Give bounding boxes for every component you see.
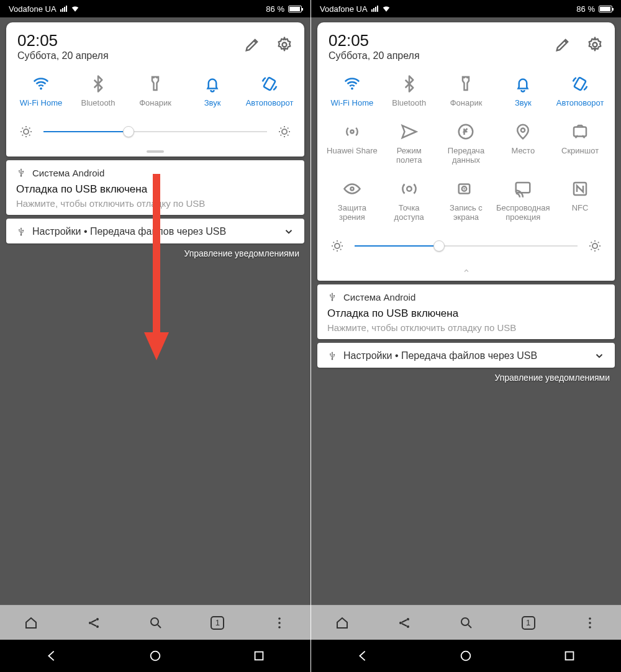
qs-tile-bluetooth[interactable]: Bluetooth: [70, 71, 127, 111]
brightness-high-icon: [587, 238, 602, 253]
qs-tile-bluetooth[interactable]: Bluetooth: [381, 71, 438, 111]
home-icon[interactable]: [24, 615, 39, 630]
cast-icon: [513, 179, 533, 199]
brightness-slider[interactable]: [6, 116, 304, 150]
nav-home-icon[interactable]: [148, 649, 162, 663]
nav-recent-icon[interactable]: [252, 649, 266, 663]
share-icon[interactable]: [86, 615, 101, 630]
qs-label: Скриншот: [561, 147, 599, 156]
article-heading: Как установить мелодию на звонок на Huaw…: [322, 494, 610, 529]
read-more-link[interactable]: Читать полностью: [11, 437, 299, 450]
signal-icon: [371, 6, 378, 12]
data-icon: [456, 122, 476, 142]
notification-usb-transfer[interactable]: Настройки • Передача файлов через USB: [6, 219, 304, 243]
qs-tile-wifi[interactable]: Wi-Fi Home: [324, 71, 381, 111]
qs-tile-torch[interactable]: Фонарик: [127, 71, 184, 111]
chevron-up-icon[interactable]: [460, 267, 473, 275]
quicksettings-row3: Защита зренияТочка доступаЗапись с экран…: [317, 173, 615, 230]
more-icon[interactable]: [272, 615, 287, 630]
qs-label: NFC: [572, 204, 589, 213]
qs-tile-airplane[interactable]: Режим полета: [381, 119, 438, 168]
qs-label: Место: [511, 147, 535, 156]
chevron-down-icon[interactable]: [283, 226, 294, 237]
svg-rect-27: [565, 652, 573, 660]
qs-tile-screenshot[interactable]: Скриншот: [551, 119, 609, 168]
share-icon[interactable]: [397, 615, 412, 630]
qs-tile-sound[interactable]: Звук: [494, 71, 551, 111]
sound-icon: [202, 74, 222, 94]
qs-label: Автоповорот: [246, 99, 294, 108]
nav-back-icon[interactable]: [45, 649, 58, 663]
bluetooth-icon: [88, 74, 108, 94]
quicksettings-row2: Huawei ShareРежим полетаПередача данныхМ…: [317, 116, 615, 173]
notification-shade: 02:05 Суббота, 20 апреля Wi-Fi HomeBluet…: [6, 22, 304, 157]
brightness-track[interactable]: [43, 131, 267, 132]
svg-marker-25: [144, 332, 169, 360]
svg-point-22: [151, 652, 160, 661]
nav-recent-icon[interactable]: [563, 649, 576, 663]
tabs-button[interactable]: 1: [211, 616, 224, 630]
notification-subtitle: Нажмите, чтобы отключить отладку по USB: [327, 322, 605, 333]
qs-tile-location[interactable]: Место: [494, 119, 551, 168]
edit-icon[interactable]: [243, 36, 261, 53]
qs-tile-autorotate[interactable]: Автоповорот: [241, 71, 298, 111]
notification-usb-debug[interactable]: Система Android Отладка по USB включена …: [6, 160, 304, 215]
nav-bar: [311, 640, 621, 672]
qs-tile-screenrec[interactable]: Запись с экрана: [438, 176, 495, 225]
qs-label: Звук: [515, 99, 532, 108]
qs-tile-hotspot[interactable]: Точка доступа: [381, 176, 438, 225]
brightness-low-icon: [19, 124, 34, 139]
nav-bar: [0, 640, 310, 672]
nav-home-icon[interactable]: [459, 649, 473, 663]
svg-point-26: [461, 652, 471, 661]
nav-back-icon[interactable]: [356, 649, 369, 663]
status-bar: Vodafone UA 86 %: [311, 0, 621, 17]
read-more-link[interactable]: Читать полностью: [322, 443, 610, 456]
qs-tile-huaweishare[interactable]: Huawei Share: [324, 119, 381, 168]
location-icon: [513, 122, 533, 142]
qs-label: Bluetooth: [81, 99, 116, 108]
qs-label: Фонарик: [450, 99, 483, 108]
notification-app: Система Android: [343, 292, 415, 302]
tabs-button[interactable]: 1: [522, 616, 535, 630]
notification-usb-transfer[interactable]: Настройки • Передача файлов через USB: [317, 343, 615, 368]
qs-tile-nfc[interactable]: NFC: [551, 176, 609, 225]
search-icon[interactable]: [148, 615, 163, 630]
qs-label: Wi-Fi Home: [331, 99, 374, 108]
qs-tile-autorotate[interactable]: Автоповорот: [551, 71, 609, 111]
qs-tile-data[interactable]: Передача данных: [438, 119, 495, 168]
torch-icon: [145, 74, 165, 94]
signal-icon: [60, 6, 67, 12]
manage-notifications-link[interactable]: Управление уведомлениями: [311, 368, 621, 383]
more-icon[interactable]: [582, 615, 597, 630]
brightness-slider[interactable]: [317, 230, 615, 265]
qs-tile-sound[interactable]: Звук: [184, 71, 241, 111]
brightness-track[interactable]: [355, 245, 578, 247]
bluetooth-icon: [399, 74, 419, 94]
huawei-logo-text: HUAWEI: [36, 296, 94, 312]
qs-tile-cast[interactable]: Беспроводная проекция: [494, 176, 551, 225]
home-icon[interactable]: [335, 615, 350, 630]
nfc-icon: [570, 179, 590, 199]
chevron-down-icon[interactable]: [594, 350, 605, 361]
brightness-low-icon: [330, 238, 345, 253]
screenshot-right: Vodafone UA 86 % Так, поставив свою мело…: [310, 0, 621, 672]
autorotate-icon: [570, 74, 590, 94]
qs-label: Передача данных: [448, 147, 484, 165]
brightness-high-icon: [277, 124, 292, 139]
manage-notifications-link[interactable]: Управление уведомлениями: [0, 243, 310, 258]
qs-tile-eyecomfort[interactable]: Защита зрения: [324, 176, 381, 225]
wifi-icon: [342, 74, 362, 94]
search-icon[interactable]: [459, 615, 474, 630]
wifi-status-icon: [382, 4, 391, 13]
qs-tile-torch[interactable]: Фонарик: [438, 71, 495, 111]
gear-icon[interactable]: [276, 36, 293, 53]
notification-usb-debug[interactable]: Система Android Отладка по USB включена …: [317, 284, 615, 339]
drag-handle[interactable]: [147, 150, 164, 153]
battery-percent: 86 %: [576, 4, 595, 14]
status-bar: Vodafone UA 86 %: [0, 0, 310, 17]
gear-icon[interactable]: [586, 36, 604, 53]
qs-tile-wifi[interactable]: Wi-Fi Home: [12, 71, 70, 111]
edit-icon[interactable]: [554, 36, 571, 53]
notification-app: Настройки • Передача файлов через USB: [343, 350, 537, 361]
